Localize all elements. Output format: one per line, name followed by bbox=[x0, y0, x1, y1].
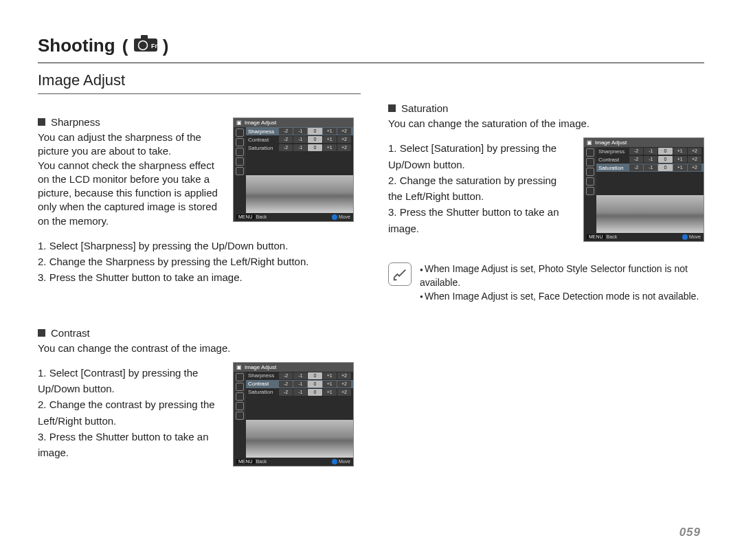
sharpness-steps: Select [Sharpness] by pressing the Up/Do… bbox=[38, 238, 354, 286]
shot-back-label: Back bbox=[256, 459, 267, 464]
shot-back-label: Back bbox=[607, 234, 618, 239]
note-list: When Image Adjust is set, Photo Style Se… bbox=[420, 262, 704, 303]
left-column: Sharpness You can adjust the sharpness o… bbox=[38, 102, 354, 467]
page-number: 059 bbox=[679, 526, 701, 539]
shot-row-label: Contrast bbox=[598, 157, 627, 163]
heading-marker-icon bbox=[38, 329, 45, 337]
right-column: Saturation You can change the saturation… bbox=[388, 102, 704, 467]
camera-fn-icon: Fn bbox=[133, 34, 158, 52]
shot-row-label: Contrast bbox=[248, 381, 277, 387]
step-item: Select [Saturation] by pressing the Up/D… bbox=[388, 140, 572, 172]
note-item: When Image Adjust is set, Photo Style Se… bbox=[420, 262, 704, 289]
chapter-title: Shooting ( Fn ) bbox=[38, 34, 704, 63]
lcd-screenshot-sharpness: ▣Image Adjust Sharpness-2-10+1+2 Contras… bbox=[233, 117, 354, 222]
heading-marker-icon bbox=[38, 118, 45, 126]
section-title: Image Adjust bbox=[38, 71, 361, 94]
shot-row-label: Sharpness bbox=[248, 372, 277, 379]
shot-title: Image Adjust bbox=[595, 139, 627, 146]
contrast-heading-text: Contrast bbox=[51, 327, 90, 339]
sharpness-heading-text: Sharpness bbox=[51, 116, 100, 128]
saturation-heading-text: Saturation bbox=[401, 102, 448, 114]
page: Shooting ( Fn ) Image Adjust Sharpness bbox=[0, 0, 742, 560]
shot-back-label: Back bbox=[256, 214, 267, 219]
step-item: Press the Shutter button to take an imag… bbox=[388, 204, 572, 236]
shot-row-label: Saturation bbox=[248, 389, 277, 395]
contrast-block: Contrast You can change the contrast of … bbox=[38, 327, 354, 467]
shot-row-label: Sharpness bbox=[598, 148, 627, 155]
sharpness-paragraph: You can adjust the sharpness of the pict… bbox=[38, 131, 222, 228]
saturation-paragraph: You can change the saturation of the ima… bbox=[388, 117, 704, 131]
sharpness-heading: Sharpness bbox=[38, 116, 222, 128]
note-box: When Image Adjust is set, Photo Style Se… bbox=[388, 262, 704, 303]
svg-text:Fn: Fn bbox=[151, 43, 158, 49]
shot-move-label: Move bbox=[689, 234, 701, 239]
lcd-screenshot-contrast: ▣Image Adjust Sharpness-2-10+1+2 Contras… bbox=[233, 362, 354, 467]
contrast-heading: Contrast bbox=[38, 327, 354, 339]
contrast-steps: Select [Contrast] by pressing the Up/Dow… bbox=[38, 365, 222, 461]
saturation-heading: Saturation bbox=[388, 102, 704, 114]
step-item: Select [Sharpness] by pressing the Up/Do… bbox=[38, 238, 354, 254]
shot-row-label: Saturation bbox=[598, 165, 627, 171]
chapter-title-text: Shooting bbox=[38, 35, 115, 56]
shot-row-label: Saturation bbox=[248, 145, 277, 151]
step-item: Select [Contrast] by pressing the Up/Dow… bbox=[38, 365, 222, 397]
columns: Sharpness You can adjust the sharpness o… bbox=[38, 102, 704, 467]
shot-row-label: Contrast bbox=[248, 137, 277, 143]
step-item: Press the Shutter button to take an imag… bbox=[38, 269, 354, 285]
step-item: Change the saturation by pressing the Le… bbox=[388, 172, 572, 205]
svg-rect-1 bbox=[141, 35, 148, 39]
shot-title: Image Adjust bbox=[245, 364, 276, 370]
contrast-paragraph: You can change the contrast of the image… bbox=[38, 341, 354, 355]
lcd-screenshot-saturation: ▣Image Adjust Sharpness-2-10+1+2 Contras… bbox=[583, 137, 704, 242]
heading-marker-icon bbox=[388, 104, 396, 112]
note-icon bbox=[388, 262, 412, 286]
shot-move-label: Move bbox=[339, 214, 350, 219]
shot-row-label: Sharpness bbox=[248, 128, 277, 135]
saturation-block: Saturation You can change the saturation… bbox=[388, 102, 704, 242]
sharpness-block: Sharpness You can adjust the sharpness o… bbox=[38, 116, 354, 286]
shot-title: Image Adjust bbox=[245, 120, 276, 126]
step-item: Press the Shutter button to take an imag… bbox=[38, 429, 222, 461]
step-item: Change the Sharpness by pressing the Lef… bbox=[38, 254, 354, 269]
note-item: When Image Adjust is set, Face Detection… bbox=[420, 290, 704, 304]
shot-move-label: Move bbox=[339, 459, 350, 464]
chapter-title-paren: ( Fn ) bbox=[122, 34, 169, 57]
saturation-steps: Select [Saturation] by pressing the Up/D… bbox=[388, 140, 572, 236]
step-item: Change the contrast by pressing the Left… bbox=[38, 396, 222, 429]
